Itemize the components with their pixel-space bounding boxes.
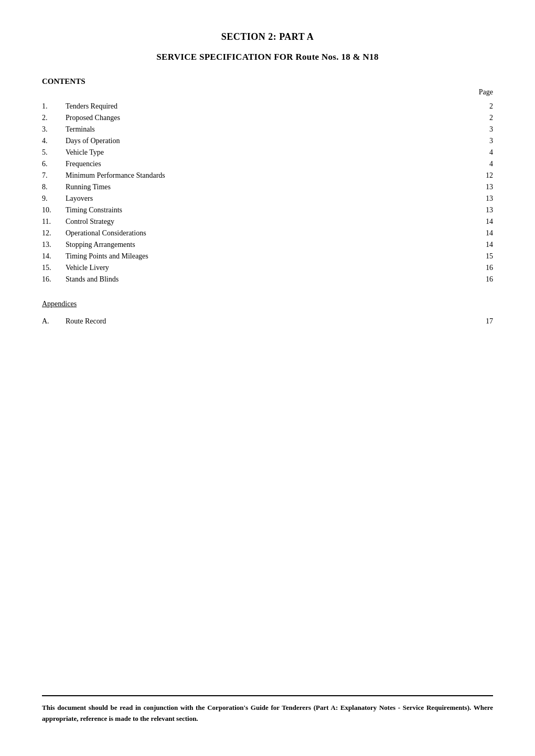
table-row: 5.Vehicle Type4	[42, 147, 493, 158]
item-number: 16.	[42, 274, 66, 285]
item-page: 14	[472, 239, 493, 251]
item-number: 15.	[42, 262, 66, 274]
item-number: 10.	[42, 204, 66, 216]
item-page: 2	[472, 112, 493, 124]
item-page: 14	[472, 216, 493, 228]
table-row: 9.Layovers13	[42, 193, 493, 204]
item-title: Tenders Required	[66, 101, 472, 112]
item-title: Stands and Blinds	[66, 274, 472, 285]
item-number: 12.	[42, 228, 66, 239]
section-title: SECTION 2: PART A	[42, 31, 493, 42]
item-number: 6.	[42, 158, 66, 170]
item-title: Minimum Performance Standards	[66, 170, 472, 181]
item-title: Frequencies	[66, 158, 472, 170]
item-page: 4	[472, 147, 493, 158]
item-title: Stopping Arrangements	[66, 239, 472, 251]
item-page: 13	[472, 204, 493, 216]
item-number: 3.	[42, 124, 66, 135]
table-row: 16.Stands and Blinds16	[42, 274, 493, 285]
item-title: Proposed Changes	[66, 112, 472, 124]
table-row: 14.Timing Points and Mileages15	[42, 251, 493, 262]
page-column-label: Page	[42, 88, 493, 96]
item-number: 7.	[42, 170, 66, 181]
item-title: Timing Points and Mileages	[66, 251, 472, 262]
item-title: Days of Operation	[66, 135, 472, 147]
item-number: 1.	[42, 101, 66, 112]
appendix-title: Route Record	[66, 316, 472, 327]
table-row: 6.Frequencies4	[42, 158, 493, 170]
item-title: Terminals	[66, 124, 472, 135]
item-page: 16	[472, 274, 493, 285]
item-page: 15	[472, 251, 493, 262]
item-title: Layovers	[66, 193, 472, 204]
table-row: 10.Timing Constraints13	[42, 204, 493, 216]
footer-section: This document should be read in conjunct…	[42, 695, 493, 725]
table-row: A.Route Record17	[42, 316, 493, 327]
item-number: 13.	[42, 239, 66, 251]
item-title: Timing Constraints	[66, 204, 472, 216]
appendices-heading: Appendices	[42, 300, 493, 308]
contents-table: 1.Tenders Required22.Proposed Changes23.…	[42, 101, 493, 285]
appendix-table: A.Route Record17	[42, 316, 493, 327]
item-page: 3	[472, 124, 493, 135]
table-row: 2.Proposed Changes2	[42, 112, 493, 124]
appendix-number: A.	[42, 316, 66, 327]
table-row: 3.Terminals3	[42, 124, 493, 135]
table-row: 8.Running Times13	[42, 181, 493, 193]
table-row: 12.Operational Considerations14	[42, 228, 493, 239]
item-page: 16	[472, 262, 493, 274]
item-number: 8.	[42, 181, 66, 193]
item-page: 4	[472, 158, 493, 170]
item-number: 5.	[42, 147, 66, 158]
item-page: 2	[472, 101, 493, 112]
item-number: 14.	[42, 251, 66, 262]
appendix-page: 17	[472, 316, 493, 327]
table-row: 15.Vehicle Livery16	[42, 262, 493, 274]
item-number: 11.	[42, 216, 66, 228]
item-title: Running Times	[66, 181, 472, 193]
item-page: 3	[472, 135, 493, 147]
item-page: 13	[472, 181, 493, 193]
item-title: Vehicle Type	[66, 147, 472, 158]
document-page: SECTION 2: PART A SERVICE SPECIFICATION …	[0, 0, 535, 756]
item-title: Operational Considerations	[66, 228, 472, 239]
table-row: 4.Days of Operation3	[42, 135, 493, 147]
item-number: 4.	[42, 135, 66, 147]
item-number: 2.	[42, 112, 66, 124]
document-title: SERVICE SPECIFICATION FOR Route Nos. 18 …	[42, 52, 493, 62]
item-title: Control Strategy	[66, 216, 472, 228]
table-row: 7.Minimum Performance Standards12	[42, 170, 493, 181]
table-row: 1.Tenders Required2	[42, 101, 493, 112]
table-row: 13.Stopping Arrangements14	[42, 239, 493, 251]
table-row: 11.Control Strategy14	[42, 216, 493, 228]
contents-heading: CONTENTS	[42, 77, 493, 86]
item-page: 14	[472, 228, 493, 239]
item-title: Vehicle Livery	[66, 262, 472, 274]
footer-text: This document should be read in conjunct…	[42, 703, 493, 725]
item-page: 12	[472, 170, 493, 181]
item-number: 9.	[42, 193, 66, 204]
item-page: 13	[472, 193, 493, 204]
